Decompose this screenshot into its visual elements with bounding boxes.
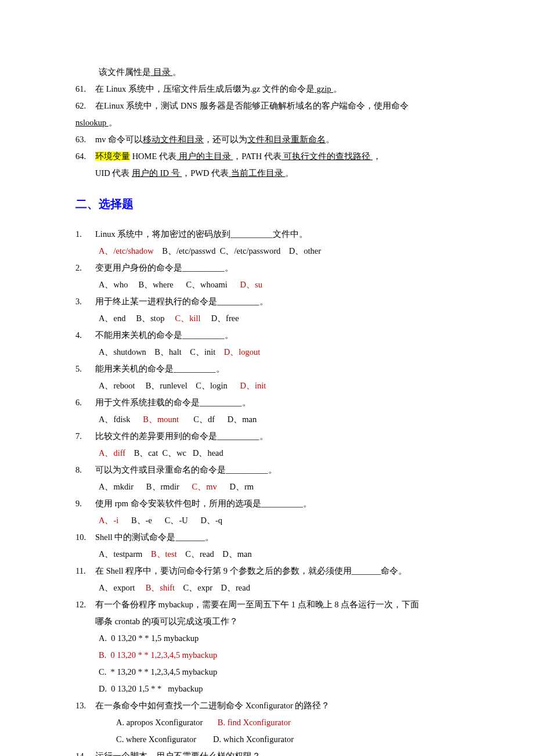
mc-q4-opts: A、shutdown B、halt C、init D、logout	[75, 344, 450, 361]
question: Linux 系统中，将加密过的密码放到__________文件中。	[95, 229, 308, 239]
opt-a: A、/etc/shadow	[99, 246, 154, 255]
opts: D、free	[201, 314, 239, 323]
answer: 用户的主目录	[176, 152, 233, 161]
mc-q1-opts: A、/etc/shadow B、/etc/passwd C、/etc/passw…	[75, 243, 450, 260]
text: 。	[333, 84, 342, 93]
q62-cont: nslookup 。	[75, 114, 450, 131]
num: 11.	[75, 563, 95, 579]
mc-q2-opts: A、who B、where C、whoami D、su	[75, 276, 450, 293]
mc-q9-opts: A、-i B、-e C、-U D、-q	[75, 512, 450, 529]
mc-q2: 2. 变更用户身份的命令是__________。	[75, 260, 450, 276]
num: 3.	[75, 293, 95, 310]
mc-q5: 5. 能用来关机的命令是__________。	[75, 361, 450, 377]
answer: 用户的 ID 号	[132, 168, 182, 178]
mc-q9: 9. 使用 rpm 命令安装软件包时，所用的选项是__________。	[75, 495, 450, 512]
question: 用于文件系统挂载的命令是__________。	[95, 398, 251, 407]
opt-a: A. 0 13,20 * * 1,5 mybackup	[99, 633, 199, 643]
question: 在 Shell 程序中，要访问命令行第 9 个参数之后的参数，就必须使用____…	[95, 566, 407, 575]
question: 比较文件的差异要用到的命令是__________。	[95, 431, 268, 441]
question: Shell 中的测试命令是_______。	[95, 532, 214, 542]
mc-q8: 8. 可以为文件或目录重命名的命令是__________。	[75, 462, 450, 478]
q64-cont: UID 代表 用户的 ID 号 ，PWD 代表 当前工作目录 。	[75, 165, 450, 182]
opts: A、shutdown B、halt C、init	[99, 347, 224, 357]
question: 运行一个脚本，用户不需要什么样的权限？	[95, 751, 261, 756]
opts: B、/etc/passwd C、/etc/password D、other	[154, 246, 321, 255]
q60-cont: 该文件属性是 目录 。	[75, 64, 450, 81]
num: 12.	[75, 596, 95, 613]
answer: 目录	[151, 67, 172, 77]
num: 5.	[75, 361, 95, 377]
opts: A、testparm	[99, 549, 151, 559]
num: 63.	[75, 131, 95, 148]
num: 4.	[75, 327, 95, 344]
opts: B、-e C、-U D、-q	[118, 516, 222, 525]
mc-q12-c: C. * 13,20 * * 1,2,3,4,5 mybackup	[75, 664, 450, 681]
opt-a: A、-i	[99, 516, 118, 525]
mc-q4: 4. 不能用来关机的命令是__________。	[75, 327, 450, 344]
mc-q12-b: B. 0 13,20 * * 1,2,3,4,5 mybackup	[75, 647, 450, 664]
opt-a: A. apropos Xconfigurator	[116, 718, 218, 727]
num: 1.	[75, 226, 95, 243]
mc-q10: 10. Shell 中的测试命令是_______。	[75, 529, 450, 546]
mc-q7-opts: A、diff B、cat C、wc D、head	[75, 445, 450, 462]
opts: A、reboot B、runlevel C、login	[99, 381, 240, 390]
text: ，PATH 代表	[233, 152, 282, 161]
underline: 文件和目录重新命名	[247, 135, 326, 144]
text: 。	[326, 135, 334, 144]
question: 哪条 crontab 的项可以完成这项工作？	[95, 617, 238, 626]
text: 该文件属性是	[99, 67, 151, 77]
opt-cd: C. where Xconfigurator D. which Xconfigu…	[116, 735, 294, 744]
mc-q12-d: D. 0 13,20 1,5 * * mybackup	[75, 681, 450, 697]
mc-q7: 7. 比较文件的差异要用到的命令是__________。	[75, 428, 450, 445]
question: 可以为文件或目录重命名的命令是__________。	[95, 465, 277, 474]
num: 9.	[75, 495, 95, 512]
text: mv 命令可以	[95, 135, 143, 144]
num: 61.	[75, 81, 95, 98]
opt-b: B、test	[151, 549, 177, 559]
opts: C、read D、man	[177, 549, 252, 559]
num: 14.	[75, 748, 95, 756]
section-2-heading: 二、选择题	[75, 193, 450, 214]
text: 。	[109, 118, 117, 127]
question: 变更用户身份的命令是__________。	[95, 263, 233, 272]
opt-c: C、mv	[192, 482, 217, 491]
mc-q6-opts: A、fdisk B、mount C、df D、man	[75, 411, 450, 428]
mc-q12-a: A. 0 13,20 * * 1,5 mybackup	[75, 630, 450, 647]
opt-c: C、kill	[175, 314, 201, 323]
opts: A、who B、where C、whoami	[99, 280, 240, 289]
answer: 可执行文件的查找路径	[282, 152, 373, 161]
opt-c: C. * 13,20 * * 1,2,3,4,5 mybackup	[99, 667, 217, 676]
mc-q3-opts: A、end B、stop C、kill D、free	[75, 310, 450, 327]
text: 。	[172, 67, 181, 77]
answer: gzip	[315, 84, 333, 93]
mc-q3: 3. 用于终止某一进程执行的命令是__________。	[75, 293, 450, 310]
opt-a: A、diff	[99, 448, 125, 458]
question: 用于终止某一进程执行的命令是__________。	[95, 297, 268, 306]
mc-q11-opts: A、export B、shift C、expr D、read	[75, 579, 450, 596]
opts: C、expr D、read	[175, 583, 250, 592]
opt-b: B. 0 13,20 * * 1,2,3,4,5 mybackup	[99, 650, 217, 660]
mc-q8-opts: A、mkdir B、rmdir C、mv D、rm	[75, 478, 450, 495]
num: 10.	[75, 529, 95, 546]
mc-q13: 13. 在一条命令中如何查找一个二进制命令 Xconfigurator 的路径？	[75, 697, 450, 714]
opt-b: B、shift	[146, 583, 175, 592]
opts: D、rm	[217, 482, 254, 491]
text: 。	[285, 168, 294, 178]
answer: 当前工作目录	[229, 168, 285, 178]
opt-d: D. 0 13,20 1,5 * * mybackup	[99, 684, 203, 693]
question: 能用来关机的命令是__________。	[95, 364, 225, 373]
q63: 63. mv 命令可以移动文件和目录，还可以为文件和目录重新命名。	[75, 131, 450, 148]
opt-d: D、su	[240, 280, 262, 289]
text: 在 Linux 系统中，压缩文件后生成后缀为.gz 文件的命令是	[95, 84, 315, 93]
opts: A、fdisk	[99, 415, 143, 424]
mc-q13-cd: C. where Xconfigurator D. which Xconfigu…	[75, 731, 450, 748]
text: ，PWD 代表	[182, 168, 229, 178]
num: 62.	[75, 98, 95, 114]
question: 不能用来关机的命令是__________。	[95, 330, 233, 340]
mc-q6: 6. 用于文件系统挂载的命令是__________。	[75, 394, 450, 411]
num: 8.	[75, 462, 95, 478]
highlight: 环境变量	[95, 152, 130, 161]
q62: 62. 在Linux 系统中，测试 DNS 服务器是否能够正确解析域名的客户端命…	[75, 98, 450, 114]
opt-d: D、init	[240, 381, 266, 390]
opt-b: B、mount	[143, 415, 179, 424]
